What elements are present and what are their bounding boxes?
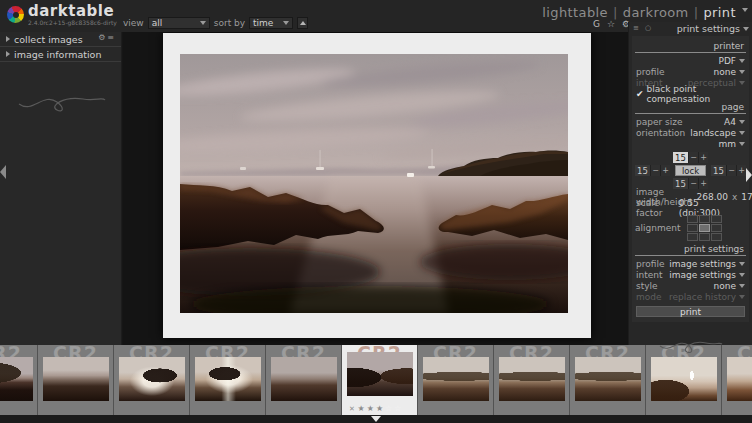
app-version: 2.4.0rc2+15-g8c8358c6-dirty xyxy=(28,20,117,26)
alignment-cell-1[interactable] xyxy=(699,215,710,223)
collapse-right-panel-handle-icon[interactable] xyxy=(746,168,752,182)
filmstrip-cell[interactable]: CR2 xyxy=(0,345,37,415)
view-filter-dropdown[interactable]: all xyxy=(148,17,210,29)
chevron-down-icon xyxy=(739,70,745,74)
printer-section-header[interactable]: printer xyxy=(635,40,746,53)
orientation-row[interactable]: orientation landscape xyxy=(635,127,746,138)
thumbnail-image[interactable] xyxy=(43,357,109,401)
thumbnail-image[interactable] xyxy=(119,357,185,401)
increment-button[interactable]: + xyxy=(736,165,746,176)
print-button[interactable]: print xyxy=(636,306,745,317)
star-icon[interactable]: ★ xyxy=(376,404,383,413)
export-intent-row[interactable]: intent image settings xyxy=(635,269,746,280)
filmstrip-cell[interactable]: CR2 xyxy=(190,345,265,415)
lock-margins-button[interactable]: lock xyxy=(675,165,706,176)
increment-button[interactable]: + xyxy=(698,178,708,189)
printer-profile-row[interactable]: profile none xyxy=(635,66,746,77)
printer-device-dropdown[interactable]: PDF xyxy=(635,55,746,66)
alignment-cell-6[interactable] xyxy=(687,233,698,241)
star-icon[interactable]: ★ xyxy=(367,404,374,413)
style-label: style xyxy=(636,281,658,291)
chevron-down-icon xyxy=(739,131,745,135)
chevron-down-icon xyxy=(200,21,206,25)
mode-value: replace history xyxy=(669,292,736,302)
alignment-cell-3[interactable] xyxy=(687,224,698,232)
print-preview-photo xyxy=(180,54,568,313)
alignment-cell-2[interactable] xyxy=(711,215,722,223)
alignment-cell-8[interactable] xyxy=(711,233,722,241)
filmstrip-cell[interactable]: CR2 xyxy=(494,345,569,415)
app-name: darktable xyxy=(28,4,117,19)
mode-link-lighttable[interactable]: lighttable xyxy=(542,5,608,20)
sort-dropdown[interactable]: time xyxy=(249,17,293,29)
print-module: printer PDF profile none intent perceptu… xyxy=(632,36,749,322)
profile-value: none xyxy=(714,67,736,77)
reject-icon[interactable]: ✕ xyxy=(349,405,355,413)
filmstrip-cell[interactable]: CR2 xyxy=(570,345,645,415)
decrement-button[interactable]: − xyxy=(726,165,736,176)
alignment-cell-4[interactable] xyxy=(699,224,710,232)
flourish-decoration xyxy=(13,88,109,118)
filmstrip-cell[interactable]: CR2 xyxy=(722,345,752,415)
alignment-cell-7[interactable] xyxy=(699,233,710,241)
units-dropdown[interactable]: mm xyxy=(635,138,746,149)
star-icon[interactable]: ☆ xyxy=(385,404,392,413)
alignment-label: alignment xyxy=(635,223,679,233)
thumbnail-image[interactable] xyxy=(651,357,717,401)
increment-button[interactable]: + xyxy=(660,165,670,176)
darktable-logo-icon xyxy=(7,6,24,23)
overexposure-icon[interactable]: ☆ xyxy=(607,19,615,29)
thumbnail-image[interactable] xyxy=(499,357,565,401)
filmstrip-cell[interactable]: CR2 xyxy=(418,345,493,415)
chevron-down-icon xyxy=(739,295,745,299)
filmstrip-cell[interactable]: CR2 xyxy=(38,345,113,415)
right-panel: ≡ ○ print settings printer PDF profile n… xyxy=(628,22,752,345)
mode-link-darkroom[interactable]: darkroom xyxy=(623,5,689,20)
collapse-filmstrip-handle-icon[interactable] xyxy=(371,416,381,422)
gear-icon[interactable]: ⚙ xyxy=(98,33,107,42)
presets-icon[interactable]: ≡ xyxy=(107,33,116,42)
expander-triangle-icon xyxy=(6,51,10,57)
thumbnail-image[interactable] xyxy=(423,357,489,401)
export-profile-row[interactable]: profile image settings xyxy=(635,258,746,269)
gamut-check-icon[interactable]: G xyxy=(593,19,600,29)
filmstrip-cell[interactable]: CR2✕★★★☆☆ xyxy=(342,345,417,415)
print-settings-section-header[interactable]: print settings xyxy=(635,243,746,256)
paper-sheet xyxy=(163,33,591,338)
decrement-button[interactable]: − xyxy=(650,165,660,176)
thumbnail-image[interactable] xyxy=(347,352,413,396)
alignment-cell-0[interactable] xyxy=(687,215,698,223)
reset-icon[interactable]: ○ xyxy=(645,24,653,32)
thumbnail-image[interactable] xyxy=(575,357,641,401)
right-panel-title: print settings xyxy=(677,23,740,34)
expand-left-panel-handle-icon[interactable] xyxy=(0,165,6,179)
increment-button[interactable]: + xyxy=(698,152,708,163)
star-icon[interactable]: ★ xyxy=(358,404,365,413)
style-value: none xyxy=(714,281,736,291)
margin-top-spinner[interactable]: 15 − + xyxy=(673,152,708,163)
decrement-button[interactable]: − xyxy=(688,152,698,163)
mode-link-print[interactable]: print xyxy=(703,5,736,20)
thumbnail-image[interactable] xyxy=(727,357,752,401)
thumbnail-image[interactable] xyxy=(0,357,33,401)
paper-size-row[interactable]: paper size A4 xyxy=(635,116,746,127)
sidebar-item-image-information[interactable]: image information xyxy=(0,47,121,62)
margin-left-spinner[interactable]: 15 − + xyxy=(635,165,670,176)
thumbnail-image[interactable] xyxy=(271,357,337,401)
filmstrip-cell[interactable]: CR2 xyxy=(266,345,341,415)
profile-label: profile xyxy=(636,67,664,77)
sidebar-item-collect-images[interactable]: collect images⚙≡ xyxy=(0,32,121,47)
style-row[interactable]: style none xyxy=(635,280,746,291)
star-icon[interactable]: ☆ xyxy=(394,404,401,413)
sort-direction-button[interactable] xyxy=(297,17,308,29)
app-logo: darktable 2.4.0rc2+15-g8c8358c6-dirty xyxy=(7,4,117,26)
thumbnail-image[interactable] xyxy=(195,357,261,401)
margin-right-spinner[interactable]: 15 − + xyxy=(711,165,746,176)
black-point-compensation-checkbox[interactable]: ✔ black point compensation xyxy=(635,88,746,99)
presets-icon[interactable]: ≡ xyxy=(633,24,645,32)
filmstrip-cell[interactable]: CR2 xyxy=(114,345,189,415)
orientation-value: landscape xyxy=(690,128,736,138)
alignment-cell-5[interactable] xyxy=(711,224,722,232)
print-settings-header[interactable]: ≡ ○ print settings xyxy=(629,22,752,34)
top-panel-chevron-icon[interactable] xyxy=(742,8,748,12)
